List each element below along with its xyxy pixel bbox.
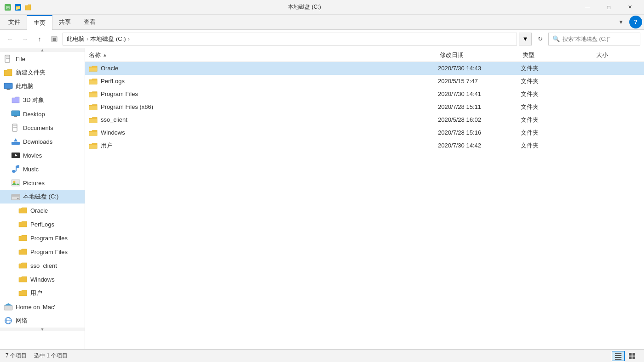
file-date: 2020/5/28 16:02 xyxy=(438,116,521,123)
sidebar-item-documents[interactable]: Documents xyxy=(0,121,85,135)
address-dropdown-button[interactable]: ▼ xyxy=(519,33,532,45)
sidebar-item-new-folder[interactable]: 新建文件夹 xyxy=(0,66,85,79)
file-date: 2020/7/28 15:11 xyxy=(438,103,521,110)
svg-rect-14 xyxy=(13,117,18,117)
app-icon-folder xyxy=(24,3,32,11)
sidebar-item-file[interactable]: File xyxy=(0,52,85,66)
file-type: 文件夹 xyxy=(521,116,594,124)
table-row[interactable]: Program Files (x86) 2020/7/28 15:11 文件夹 xyxy=(85,101,644,113)
file-type: 文件夹 xyxy=(521,141,594,150)
up-button[interactable]: ↑ xyxy=(33,33,46,45)
close-button[interactable]: ✕ xyxy=(619,0,640,15)
recent-locations-button[interactable]: ▦ xyxy=(48,33,61,45)
sidebar-item-sso-client[interactable]: sso_client xyxy=(0,259,85,272)
sidebar-item-music[interactable]: Music xyxy=(0,162,85,176)
title-bar: ⊞ 📁 本地磁盘 (C:) — □ ✕ xyxy=(0,0,644,15)
file-name: Program Files xyxy=(101,90,438,97)
sidebar-item-desktop[interactable]: Desktop xyxy=(0,107,85,121)
svg-rect-42 xyxy=(632,356,635,359)
column-header-type[interactable]: 类型 xyxy=(519,48,592,62)
tab-view[interactable]: 查看 xyxy=(77,15,102,29)
table-row[interactable]: Oracle 2020/7/30 14:43 文件夹 xyxy=(85,62,644,75)
sidebar-item-windows[interactable]: Windows xyxy=(0,272,85,286)
folder-icon xyxy=(89,102,98,112)
column-header-name[interactable]: 名称 ▲ xyxy=(85,48,436,62)
sidebar-item-3d-objects[interactable]: 3D 对象 xyxy=(0,93,85,107)
search-box[interactable]: 🔍 xyxy=(548,33,640,45)
tab-file[interactable]: 文件 xyxy=(2,15,27,29)
oracle-folder-icon xyxy=(18,206,28,215)
ribbon-collapse-button[interactable]: ▼ xyxy=(615,16,627,28)
sidebar-item-movies[interactable]: Movies xyxy=(0,148,85,162)
sidebar-scroll-down[interactable]: ▼ xyxy=(0,328,85,331)
ribbon-tab-bar: 文件 主页 共享 查看 ▼ ? xyxy=(0,15,644,29)
svg-rect-9 xyxy=(4,83,12,89)
svg-point-29 xyxy=(17,198,19,199)
svg-text:📁: 📁 xyxy=(15,5,21,11)
sidebar-item-oracle[interactable]: Oracle xyxy=(0,204,85,217)
folder-icon xyxy=(89,141,98,150)
home-mac-icon xyxy=(4,302,13,311)
svg-rect-35 xyxy=(615,353,621,354)
table-row[interactable]: Program Files 2020/7/30 14:41 文件夹 xyxy=(85,88,644,101)
sidebar-item-users[interactable]: 用户 xyxy=(0,286,85,300)
table-row[interactable]: 用户 2020/7/30 14:42 文件夹 xyxy=(85,139,644,152)
file-type: 文件夹 xyxy=(521,129,594,137)
perflogs-folder-icon xyxy=(18,220,28,229)
local-disk-icon xyxy=(11,192,20,201)
sidebar-item-network[interactable]: 网络 xyxy=(0,314,85,328)
sidebar-item-this-pc-label: 此电脑 xyxy=(16,82,34,90)
svg-rect-41 xyxy=(629,356,632,359)
column-name-label: 名称 xyxy=(89,51,101,59)
item-count: 7 个项目 xyxy=(6,352,27,360)
sidebar-item-music-label: Music xyxy=(23,166,39,173)
sidebar-item-network-label: 网络 xyxy=(16,317,28,325)
search-input[interactable] xyxy=(563,36,636,42)
tab-home[interactable]: 主页 xyxy=(27,15,52,30)
forward-button[interactable]: → xyxy=(18,33,31,45)
sidebar-item-file-label: File xyxy=(16,56,25,62)
column-type-label: 类型 xyxy=(523,51,535,59)
network-icon xyxy=(4,316,13,325)
sidebar-item-perflogs[interactable]: PerfLogs xyxy=(0,217,85,231)
file-name: Oracle xyxy=(101,65,438,72)
sidebar-item-desktop-label: Desktop xyxy=(23,111,45,118)
search-icon: 🔍 xyxy=(552,35,560,42)
details-view-button[interactable] xyxy=(612,351,625,361)
ribbon: 文件 主页 共享 查看 ▼ ? xyxy=(0,15,644,30)
file-type: 文件夹 xyxy=(521,64,594,73)
sidebar-item-this-pc[interactable]: 此电脑 xyxy=(0,79,85,93)
column-header-date[interactable]: 修改日期 xyxy=(436,48,519,62)
sidebar-item-downloads[interactable]: Downloads xyxy=(0,135,85,148)
file-list: Oracle 2020/7/30 14:43 文件夹 PerfLogs 2020… xyxy=(85,62,644,349)
sidebar-item-home-mac[interactable]: Home on 'Mac' xyxy=(0,300,85,314)
column-size-label: 大小 xyxy=(596,51,608,59)
svg-rect-15 xyxy=(12,124,17,131)
help-button[interactable]: ? xyxy=(629,16,642,28)
sidebar-item-program-files-1[interactable]: Program Files xyxy=(0,231,85,245)
sidebar-item-pictures[interactable]: Pictures xyxy=(0,176,85,190)
address-path[interactable]: 此电脑 › 本地磁盘 (C:) › xyxy=(63,33,517,45)
table-row[interactable]: Windows 2020/7/28 15:16 文件夹 xyxy=(85,126,644,139)
address-bar: ← → ↑ ▦ 此电脑 › 本地磁盘 (C:) › ▼ ↻ 🔍 xyxy=(0,30,644,48)
minimize-button[interactable]: — xyxy=(577,0,598,15)
sidebar-item-downloads-label: Downloads xyxy=(23,138,52,145)
refresh-button[interactable]: ↻ xyxy=(534,33,546,45)
maximize-button[interactable]: □ xyxy=(598,0,619,15)
column-header-size[interactable]: 大小 xyxy=(592,48,638,62)
sidebar-scroll-up[interactable]: ▲ xyxy=(0,48,85,52)
table-row[interactable]: PerfLogs 2020/5/15 7:47 文件夹 xyxy=(85,75,644,88)
sidebar-item-local-disk[interactable]: 本地磁盘 (C:) xyxy=(0,190,85,204)
sidebar-item-users-label: 用户 xyxy=(30,289,42,297)
path-this-pc: 此电脑 xyxy=(67,35,85,43)
program-files-1-icon xyxy=(18,233,28,243)
large-icons-view-button[interactable] xyxy=(626,351,638,361)
sidebar-item-program-files-2[interactable]: Program Files xyxy=(0,245,85,259)
3d-objects-icon xyxy=(11,96,20,105)
tab-share[interactable]: 共享 xyxy=(52,15,77,29)
back-button[interactable]: ← xyxy=(4,33,17,45)
table-row[interactable]: sso_client 2020/5/28 16:02 文件夹 xyxy=(85,113,644,126)
window-title: 本地磁盘 (C:) xyxy=(32,3,577,11)
status-bar: 7 个项目 选中 1 个项目 xyxy=(0,349,644,362)
file-name: Windows xyxy=(101,129,438,136)
